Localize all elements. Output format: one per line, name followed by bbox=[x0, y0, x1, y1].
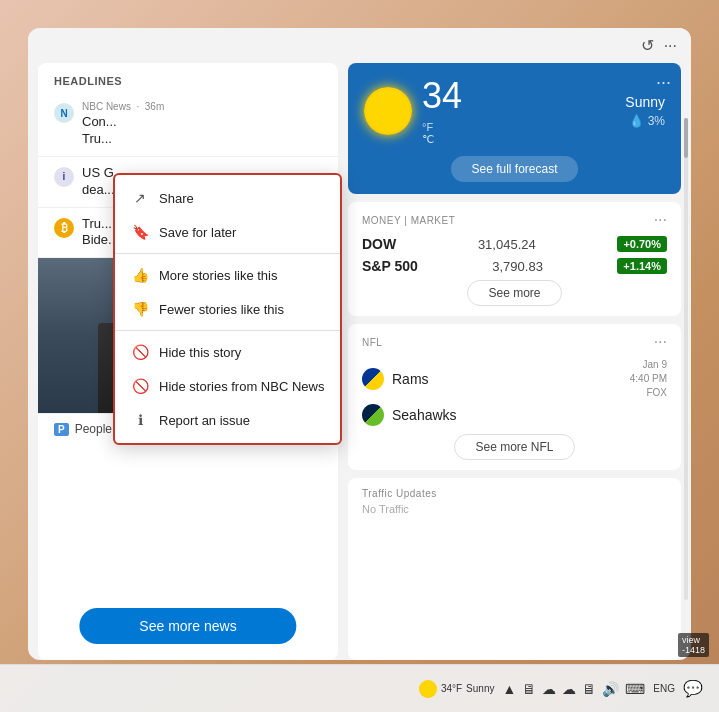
seahawks-name: Seahawks bbox=[392, 407, 457, 423]
weather-condition: Sunny bbox=[625, 94, 665, 110]
cloud-icon[interactable]: ☁ bbox=[542, 681, 556, 697]
hide-icon: 🚫 bbox=[131, 343, 149, 361]
see-more-news-button[interactable]: See more news bbox=[79, 608, 296, 644]
sp500-name: S&P 500 bbox=[362, 258, 418, 274]
dow-value: 31,045.24 bbox=[478, 237, 536, 252]
weather-forecast-button[interactable]: See full forecast bbox=[451, 156, 577, 182]
menu-fewer-stories[interactable]: 👎 Fewer stories like this bbox=[115, 292, 340, 326]
nfl-header: NFL ··· bbox=[362, 334, 667, 350]
sp500-change: +1.14% bbox=[617, 258, 667, 274]
dow-change: +0.70% bbox=[617, 236, 667, 252]
menu-share[interactable]: ↗ Share bbox=[115, 181, 340, 215]
weather-precip: 💧 3% bbox=[625, 114, 665, 128]
nfl-card: NFL ··· Rams Jan 9 4:40 PM FOX bbox=[348, 324, 681, 470]
menu-divider-2 bbox=[115, 330, 340, 331]
save-later-label: Save for later bbox=[159, 225, 236, 240]
display-icon[interactable]: 🖥 bbox=[522, 681, 536, 697]
dow-name: DOW bbox=[362, 236, 396, 252]
news-text-1: NBC News · 36m Con... Tru... bbox=[82, 101, 322, 148]
source-icon-2: i bbox=[54, 167, 74, 187]
weather-temp-block: 34 °F ℃ bbox=[422, 75, 462, 146]
menu-more-stories[interactable]: 👍 More stories like this bbox=[115, 258, 340, 292]
thumbs-down-icon: 👎 bbox=[131, 300, 149, 318]
traffic-label: Traffic Updates bbox=[362, 488, 667, 499]
monitor-icon[interactable]: 🖥 bbox=[582, 681, 596, 697]
seahawks-left: Seahawks bbox=[362, 404, 457, 426]
market-header: MONEY | MARKET ··· bbox=[362, 212, 667, 228]
more-options-icon[interactable]: ··· bbox=[664, 37, 677, 55]
more-stories-label: More stories like this bbox=[159, 268, 277, 283]
scrollbar-thumb bbox=[684, 118, 688, 158]
share-icon: ↗ bbox=[131, 189, 149, 207]
scrollbar-track bbox=[684, 118, 688, 600]
report-label: Report an issue bbox=[159, 413, 250, 428]
context-menu: ↗ Share 🔖 Save for later 👍 More stories … bbox=[113, 173, 342, 445]
traffic-sublabel: No Traffic bbox=[362, 503, 667, 515]
nfl-label: NFL bbox=[362, 337, 382, 348]
sp500-value: 3,790.83 bbox=[492, 259, 543, 274]
see-more-market-button[interactable]: See more bbox=[467, 280, 561, 306]
rams-left: Rams bbox=[362, 368, 429, 390]
seahawks-logo bbox=[362, 404, 384, 426]
news-source-1: NBC News · 36m bbox=[82, 101, 322, 112]
hide-source-icon: 🚫 bbox=[131, 377, 149, 395]
dow-row: DOW 31,045.24 +0.70% bbox=[362, 236, 667, 252]
people-label: People bbox=[75, 422, 112, 436]
chevron-up-icon[interactable]: ▲ bbox=[502, 681, 516, 697]
weather-temp: 34 bbox=[422, 75, 462, 116]
refresh-icon[interactable]: ↺ bbox=[641, 36, 654, 55]
menu-hide-source[interactable]: 🚫 Hide stories from NBC News bbox=[115, 369, 340, 403]
review-badge: view-1418 bbox=[678, 633, 709, 657]
weather-more-button[interactable]: ··· bbox=[656, 73, 671, 91]
nbc-source-icon: N bbox=[54, 103, 74, 123]
news-title-1: Con... Tru... bbox=[82, 114, 322, 148]
source-icon-3: ₿ bbox=[54, 218, 74, 238]
widget-header: ↺ ··· bbox=[28, 28, 691, 63]
keyboard-icon[interactable]: ⌨ bbox=[625, 681, 645, 697]
weather-main: 34 °F ℃ Sunny 💧 3% bbox=[364, 75, 665, 146]
menu-save-later[interactable]: 🔖 Save for later bbox=[115, 215, 340, 249]
taskbar-temp: 34°F bbox=[441, 683, 462, 694]
sp500-row: S&P 500 3,790.83 +1.14% bbox=[362, 258, 667, 274]
taskbar-sun-icon bbox=[419, 680, 437, 698]
nfl-more-button[interactable]: ··· bbox=[654, 334, 667, 350]
weather-right: Sunny 💧 3% bbox=[625, 94, 665, 128]
hide-source-label: Hide stories from NBC News bbox=[159, 379, 324, 394]
weather-units: °F ℃ bbox=[422, 121, 462, 146]
people-badge: P bbox=[54, 423, 69, 436]
game-info: Jan 9 4:40 PM FOX bbox=[630, 358, 667, 400]
taskbar-weather: 34°F Sunny bbox=[419, 680, 495, 698]
fewer-stories-label: Fewer stories like this bbox=[159, 302, 284, 317]
speaker-icon[interactable]: 🔊 bbox=[602, 681, 619, 697]
menu-divider-1 bbox=[115, 253, 340, 254]
widget-container: ↺ ··· HEADLINES N NBC News · 36m Con... … bbox=[28, 28, 691, 660]
weather-left: 34 °F ℃ bbox=[364, 75, 462, 146]
taskbar: 34°F Sunny ▲ 🖥 ☁ ☁ 🖥 🔊 ⌨ ENG 💬 bbox=[0, 664, 719, 712]
bookmark-icon: 🔖 bbox=[131, 223, 149, 241]
market-label: MONEY | MARKET bbox=[362, 215, 455, 226]
sun-icon bbox=[364, 87, 412, 135]
seahawks-row: Seahawks bbox=[362, 404, 667, 426]
rams-row: Rams Jan 9 4:40 PM FOX bbox=[362, 358, 667, 400]
cloud2-icon[interactable]: ☁ bbox=[562, 681, 576, 697]
taskbar-icons: ▲ 🖥 ☁ ☁ 🖥 🔊 ⌨ bbox=[502, 681, 645, 697]
news-item-1[interactable]: N NBC News · 36m Con... Tru... bbox=[38, 93, 338, 157]
taskbar-lang: ENG bbox=[653, 683, 675, 694]
share-label: Share bbox=[159, 191, 194, 206]
report-icon: ℹ bbox=[131, 411, 149, 429]
menu-report[interactable]: ℹ Report an issue bbox=[115, 403, 340, 437]
thumbs-up-icon: 👍 bbox=[131, 266, 149, 284]
taskbar-notification-icon[interactable]: 💬 bbox=[683, 679, 703, 698]
right-column: ··· 34 °F ℃ Su bbox=[348, 63, 681, 660]
weather-card: ··· 34 °F ℃ Su bbox=[348, 63, 681, 194]
rams-logo bbox=[362, 368, 384, 390]
hide-story-label: Hide this story bbox=[159, 345, 241, 360]
scrollbar[interactable] bbox=[683, 118, 689, 600]
rams-name: Rams bbox=[392, 371, 429, 387]
market-card: MONEY | MARKET ··· DOW 31,045.24 +0.70% … bbox=[348, 202, 681, 316]
taskbar-condition: Sunny bbox=[466, 683, 494, 694]
headlines-label: HEADLINES bbox=[38, 63, 338, 93]
menu-hide-story[interactable]: 🚫 Hide this story bbox=[115, 335, 340, 369]
see-more-nfl-button[interactable]: See more NFL bbox=[454, 434, 574, 460]
market-more-button[interactable]: ··· bbox=[654, 212, 667, 228]
